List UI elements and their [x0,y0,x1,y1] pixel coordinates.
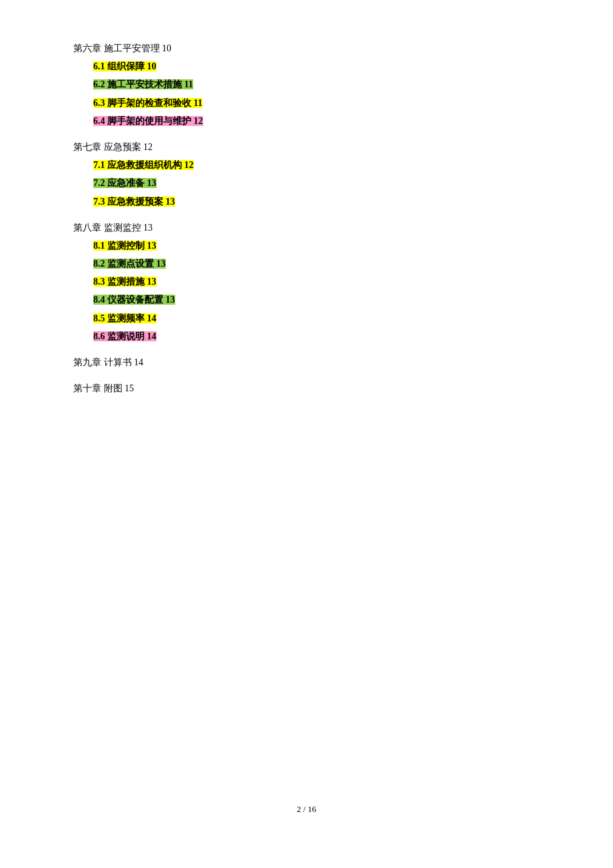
page-footer: 2 / 16 [73,791,540,815]
sub-item-text-ch8-0: 8.1 监测控制 13 [93,241,157,251]
content-area: 第六章 施工平安管理 106.1 组织保障 106.2 施工平安技术措施 116… [73,40,540,791]
sub-item-text-ch8-5: 8.6 监测说明 14 [93,331,157,341]
chapter-header-ch8: 第八章 监测监控 13 [73,219,540,236]
sub-item-text-ch7-2: 7.3 应急救援预案 13 [93,197,175,207]
sub-item-ch7-1: 7.2 应急准备 13 [93,175,540,191]
chapter-header-ch6: 第六章 施工平安管理 10 [73,40,540,57]
sub-item-text-ch7-0: 7.1 应急救援组织机构 12 [93,160,194,170]
sub-item-text-ch8-1: 8.2 监测点设置 13 [93,259,166,269]
chapter-group-ch7: 第七章 应急预案 127.1 应急救援组织机构 127.2 应急准备 137.3… [73,139,540,210]
sub-item-text-ch7-1: 7.2 应急准备 13 [93,178,157,188]
sub-item-ch8-0: 8.1 监测控制 13 [93,237,540,254]
sub-item-text-ch6-0: 6.1 组织保障 10 [93,61,157,71]
chapter-header-ch7: 第七章 应急预案 12 [73,139,540,155]
sub-item-text-ch6-3: 6.4 脚手架的使用与维护 12 [93,116,203,126]
sub-item-text-ch8-4: 8.5 监测频率 14 [93,313,157,323]
sub-item-ch8-4: 8.5 监测频率 14 [93,310,540,327]
sub-item-text-ch6-2: 6.3 脚手架的检查和验收 11 [93,98,203,108]
sub-item-text-ch6-1: 6.2 施工平安技术措施 11 [93,79,193,89]
sub-item-ch8-5: 8.6 监测说明 14 [93,328,540,345]
chapter-header-ch10: 第十章 附图 15 [73,380,540,397]
sub-item-ch8-1: 8.2 监测点设置 13 [93,255,540,272]
sub-item-ch8-2: 8.3 监测措施 13 [93,273,540,290]
page: 第六章 施工平安管理 106.1 组织保障 106.2 施工平安技术措施 116… [0,0,613,868]
sub-items-ch6: 6.1 组织保障 106.2 施工平安技术措施 116.3 脚手架的检查和验收 … [73,58,540,129]
sub-item-text-ch8-3: 8.4 仪器设备配置 13 [93,295,175,305]
sub-items-ch8: 8.1 监测控制 138.2 监测点设置 138.3 监测措施 138.4 仪器… [73,237,540,345]
chapter-group-ch9: 第九章 计算书 14 [73,354,540,371]
sub-item-ch6-2: 6.3 脚手架的检查和验收 11 [93,95,540,111]
sub-item-ch6-0: 6.1 组织保障 10 [93,58,540,75]
sub-items-ch7: 7.1 应急救援组织机构 127.2 应急准备 137.3 应急救援预案 13 [73,157,540,210]
chapter-group-ch10: 第十章 附图 15 [73,380,540,397]
chapter-group-ch8: 第八章 监测监控 138.1 监测控制 138.2 监测点设置 138.3 监测… [73,219,540,345]
sub-item-text-ch8-2: 8.3 监测措施 13 [93,277,157,287]
chapter-group-ch6: 第六章 施工平安管理 106.1 组织保障 106.2 施工平安技术措施 116… [73,40,540,129]
sub-item-ch7-0: 7.1 应急救援组织机构 12 [93,157,540,173]
sub-item-ch8-3: 8.4 仪器设备配置 13 [93,291,540,308]
sub-item-ch6-1: 6.2 施工平安技术措施 11 [93,76,540,93]
page-number: 2 / 16 [297,804,316,814]
sub-item-ch6-3: 6.4 脚手架的使用与维护 12 [93,113,540,129]
chapter-header-ch9: 第九章 计算书 14 [73,354,540,371]
sub-item-ch7-2: 7.3 应急救援预案 13 [93,193,540,210]
